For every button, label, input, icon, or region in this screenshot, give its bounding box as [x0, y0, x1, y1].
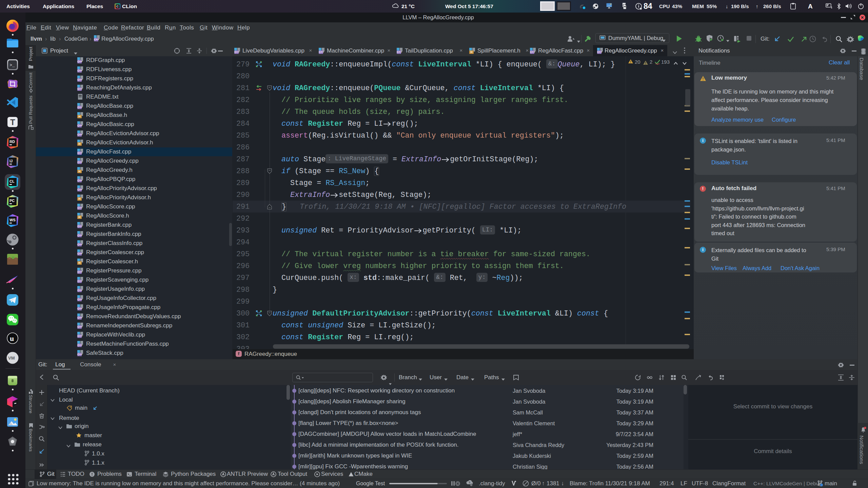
svg-text:u: u — [10, 334, 14, 343]
svg-text:WS: WS — [9, 218, 16, 222]
svg-text:PC: PC — [9, 199, 15, 203]
svg-text:>_: >_ — [9, 63, 15, 68]
svg-text:?: ? — [469, 481, 471, 484]
svg-text:IJ: IJ — [9, 159, 13, 163]
svg-text:VM: VM — [8, 355, 15, 361]
svg-text:RD: RD — [9, 140, 15, 144]
svg-text:T: T — [10, 118, 15, 127]
svg-text:CL: CL — [9, 179, 15, 183]
